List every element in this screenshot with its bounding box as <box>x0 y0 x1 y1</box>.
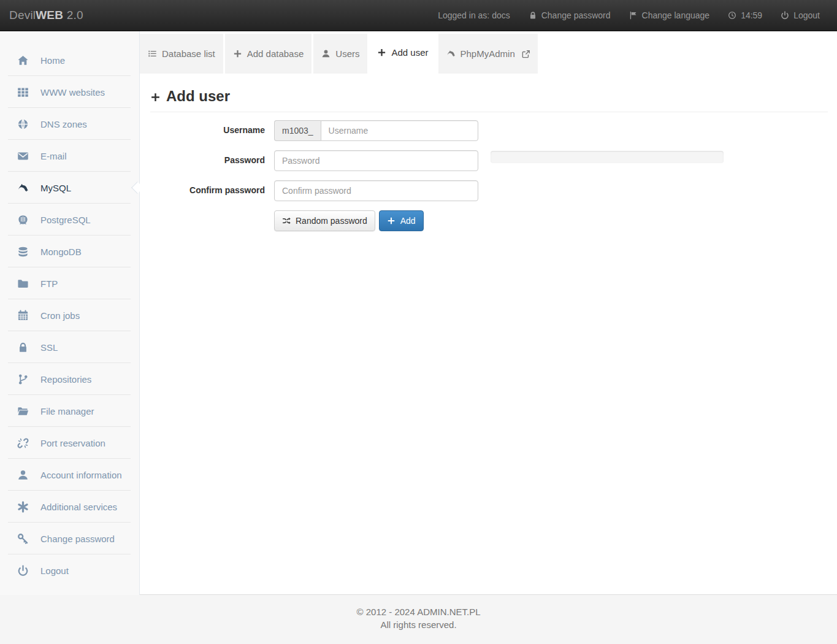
plus-icon <box>233 49 242 58</box>
list-icon <box>148 49 157 58</box>
navbar-clock: 14:59 <box>728 10 762 20</box>
tab-bar: Database list Add database Users Add use… <box>140 31 837 74</box>
asterisk-icon <box>17 501 29 513</box>
brand-logo[interactable]: DevilWEB 2.0 <box>9 9 83 22</box>
plus-icon <box>377 48 386 57</box>
add-user-form: Username m1003_ Password <box>150 120 828 231</box>
envelope-icon <box>17 150 29 162</box>
sidebar-item-additional-services[interactable]: Additional services <box>0 491 139 523</box>
sidebar-item-email[interactable]: E-mail <box>0 140 139 172</box>
page-title: Add user <box>150 88 828 105</box>
sidebar-item-ssl[interactable]: SSL <box>0 331 139 363</box>
sidebar-item-postgresql[interactable]: PostgreSQL <box>0 204 139 236</box>
clock-icon <box>728 11 736 20</box>
password-strength-bar <box>491 151 724 163</box>
user-icon <box>321 49 331 58</box>
footer-copyright: © 2012 - 2024 ADMIN.NET.PL <box>0 605 837 618</box>
sidebar-item-cron-jobs[interactable]: Cron jobs <box>0 299 139 331</box>
calendar-icon <box>17 310 29 321</box>
key-icon <box>17 533 29 545</box>
title-divider <box>150 112 828 112</box>
add-user-panel: Add user Username m1003_ Password <box>140 74 837 231</box>
random-password-button[interactable]: Random password <box>274 210 375 231</box>
mysql-dolphin-icon <box>446 49 456 58</box>
broken-link-icon <box>17 437 29 449</box>
tab-database-list[interactable]: Database list <box>140 34 223 74</box>
power-icon <box>781 11 789 20</box>
sidebar-item-logout[interactable]: Logout <box>0 554 139 586</box>
lock-icon <box>529 11 537 20</box>
sidebar-item-home[interactable]: Home <box>0 44 139 76</box>
main-area: Home WWW websites DNS zones E-mail MySQL… <box>0 31 837 595</box>
navbar-logout[interactable]: Logout <box>781 10 820 20</box>
sidebar-item-account-information[interactable]: Account information <box>0 459 139 491</box>
username-input[interactable] <box>321 120 478 141</box>
shuffle-icon <box>282 217 291 225</box>
username-input-group: m1003_ <box>274 120 478 141</box>
username-prefix-addon: m1003_ <box>274 120 321 141</box>
user-icon <box>17 469 29 481</box>
globe-icon <box>17 118 29 130</box>
sidebar-item-ftp[interactable]: FTP <box>0 267 139 299</box>
sidebar-item-port-reservation[interactable]: Port reservation <box>0 427 139 459</box>
mysql-dolphin-icon <box>17 182 29 194</box>
sidebar-item-dns-zones[interactable]: DNS zones <box>0 108 139 140</box>
password-label: Password <box>150 150 274 165</box>
sidebar-item-mongodb[interactable]: MongoDB <box>0 236 139 267</box>
confirm-password-input[interactable] <box>274 180 478 201</box>
footer-rights: All rights reserved. <box>0 618 837 631</box>
tab-phpmyadmin[interactable]: PhpMyAdmin <box>438 34 538 74</box>
folder-icon <box>17 278 29 289</box>
navbar-change-password[interactable]: Change password <box>529 10 611 20</box>
tab-users[interactable]: Users <box>313 34 367 74</box>
grid-icon <box>17 86 29 98</box>
page-footer: © 2012 - 2024 ADMIN.NET.PL All rights re… <box>0 595 837 644</box>
external-link-icon <box>521 50 530 58</box>
sidebar-item-change-password[interactable]: Change password <box>0 523 139 554</box>
sidebar-item-file-manager[interactable]: File manager <box>0 395 139 427</box>
postgresql-elephant-icon <box>17 214 29 226</box>
plus-icon <box>387 217 396 225</box>
sidebar-item-repositories[interactable]: Repositories <box>0 363 139 395</box>
flag-icon <box>629 11 638 20</box>
sidebar: Home WWW websites DNS zones E-mail MySQL… <box>0 31 140 595</box>
logged-in-as: Logged in as: docs <box>438 10 510 20</box>
plus-icon <box>150 91 161 102</box>
add-button[interactable]: Add <box>379 210 424 231</box>
tab-add-database[interactable]: Add database <box>225 34 312 74</box>
sidebar-item-mysql[interactable]: MySQL <box>0 172 139 204</box>
content-panel: Database list Add database Users Add use… <box>140 31 837 595</box>
top-navbar: DevilWEB 2.0 Logged in as: docs Change p… <box>0 0 837 31</box>
tab-add-user[interactable]: Add user <box>369 31 436 74</box>
lock-icon <box>17 342 29 353</box>
sidebar-item-www-websites[interactable]: WWW websites <box>0 76 139 108</box>
power-icon <box>17 565 29 577</box>
home-icon <box>17 55 29 66</box>
navbar-right-menu: Logged in as: docs Change password Chang… <box>438 10 820 20</box>
git-branch-icon <box>17 374 29 385</box>
username-label: Username <box>150 120 274 135</box>
confirm-password-label: Confirm password <box>150 180 274 195</box>
navbar-change-language[interactable]: Change language <box>629 10 710 20</box>
database-icon <box>17 246 29 258</box>
password-input[interactable] <box>274 150 478 171</box>
folder-open-icon <box>17 405 29 417</box>
